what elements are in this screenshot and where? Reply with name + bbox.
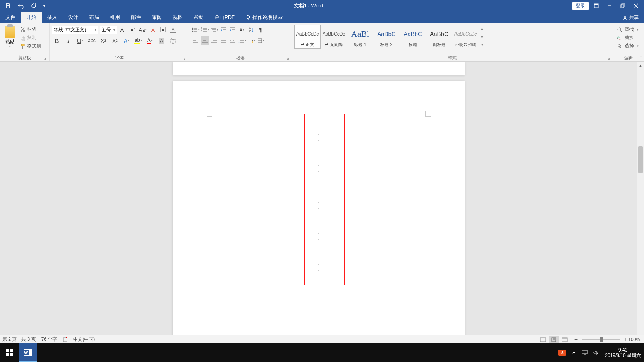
qat-customize[interactable]: ▾ [43,4,45,8]
zoom-level[interactable]: 100% [628,337,640,342]
tab-references[interactable]: 引用 [105,12,125,23]
zoom-in-button[interactable]: + [624,336,627,343]
zoom-slider[interactable] [582,339,620,340]
view-web-layout[interactable] [560,336,570,343]
tray-chevron-up[interactable] [572,350,576,355]
align-right-button[interactable] [210,36,218,45]
text-effects-button[interactable]: A▾ [122,36,132,45]
increase-indent-button[interactable] [228,26,237,34]
zoom-out-button[interactable]: − [574,336,578,343]
share-button[interactable]: 共享 [617,12,644,23]
italic-button[interactable]: I [64,36,74,45]
phonetic-button[interactable]: A [149,26,157,34]
page-2[interactable]: ↵↵↵↵↵↵↵↵↵↵↵↵↵↵↵↵↵↵↵↵↵↵↵↵↵ [173,81,465,351]
zoom-slider-handle[interactable] [600,337,603,342]
bold-button[interactable]: B [52,36,62,45]
clear-formatting-button[interactable]: A [159,26,167,34]
style-subtle-emphasis[interactable]: AaBbCcDc 不明显强调 [452,25,479,49]
style-normal[interactable]: AaBbCcDc ↵ 正文 [294,25,321,49]
subscript-button[interactable]: X2 [98,36,108,45]
select-button[interactable]: 选择▾ [615,43,640,49]
underline-button[interactable]: U▾ [75,36,85,45]
styles-more[interactable]: ▾ [479,41,485,49]
style-heading2[interactable]: AaBbC 标题 2 [373,25,400,49]
font-launcher[interactable]: ◢ [183,57,185,61]
scroll-up-button[interactable]: ▲ [637,62,644,69]
sort-button[interactable]: AZ [247,26,256,34]
font-color-button[interactable]: A▾ [145,36,155,45]
align-left-button[interactable] [191,36,200,45]
login-button[interactable]: 登录 [572,2,589,10]
tab-review[interactable]: 审阅 [146,12,167,23]
tab-mailings[interactable]: 邮件 [125,12,146,23]
redo-button[interactable] [31,3,36,9]
word-task-button[interactable]: W [19,343,37,362]
highlight-button[interactable]: ab▾ [133,36,143,45]
borders-button[interactable]: ▾ [256,36,265,45]
save-button[interactable] [5,3,11,9]
scroll-thumb[interactable] [638,146,643,173]
style-no-spacing[interactable]: AaBbCcDc ↵ 无间隔 [321,25,347,49]
styles-scroll-down[interactable]: ▼ [479,33,485,41]
tab-file[interactable]: 文件 [0,12,21,23]
align-distribute-button[interactable] [228,36,237,45]
document-area[interactable]: ↵↵↵↵↵↵↵↵↵↵↵↵↵↵↵↵↵↵↵↵↵↵↵↵↵ [0,62,637,351]
numbering-button[interactable]: 123▾ [201,26,209,34]
word-count[interactable]: 76 个字 [41,336,57,343]
line-spacing-button[interactable]: ▾ [238,36,246,45]
decrease-indent-button[interactable] [219,26,228,34]
shading-button[interactable]: ▾ [247,36,256,45]
sogou-ime-icon[interactable]: S [558,350,566,356]
tab-jinshan-pdf[interactable]: 金山PDF [209,12,240,23]
page-1-bottom[interactable] [173,62,465,75]
grow-font-button[interactable]: A˄ [118,26,127,34]
paragraph-launcher[interactable]: ◢ [286,57,289,61]
start-button[interactable] [0,343,19,362]
undo-button[interactable] [18,3,24,9]
scroll-track[interactable] [637,69,644,344]
minimize-button[interactable] [604,0,615,12]
collapse-ribbon-button[interactable]: ⌃ [639,55,642,59]
align-justify-button[interactable] [219,36,228,45]
tab-insert[interactable]: 插入 [42,12,63,23]
close-button[interactable] [630,0,642,12]
align-center-button[interactable] [201,36,209,45]
network-icon[interactable] [582,350,588,355]
bullets-button[interactable]: ▾ [191,26,200,34]
proofing-button[interactable] [62,337,68,342]
change-case-button[interactable]: Aa▾ [139,26,147,34]
cut-button[interactable]: 剪切 [19,26,42,33]
clock[interactable]: 9:43 2019/8/10 星期六 [605,347,641,359]
language-indicator[interactable]: 中文(中国) [73,336,95,343]
volume-icon[interactable] [593,350,599,355]
view-print-layout[interactable] [549,336,559,343]
tab-layout[interactable]: 布局 [84,12,105,23]
replace-button[interactable]: abac 替换 [615,34,640,41]
tab-home[interactable]: 开始 [21,12,42,23]
font-size-combo[interactable]: 五号▾ [100,26,117,34]
tab-help[interactable]: 帮助 [188,12,209,23]
style-subtitle[interactable]: AaBbC 副标题 [426,25,452,49]
view-read-mode[interactable] [538,336,548,343]
font-name-combo[interactable]: 等线 (中文正文)▾ [52,26,98,34]
format-painter-button[interactable]: 格式刷 [19,43,42,50]
ribbon-display-options[interactable] [591,0,602,12]
styles-scroll-up[interactable]: ▲ [479,25,485,33]
char-border-button[interactable]: A [169,26,177,34]
tab-design[interactable]: 设计 [63,12,84,23]
char-shading-button[interactable]: A [156,36,167,45]
styles-launcher[interactable]: ◢ [607,57,610,61]
style-heading1[interactable]: AaBl 标题 1 [347,25,373,49]
multilevel-list-button[interactable]: ▾ [210,26,218,34]
clipboard-launcher[interactable]: ◢ [43,57,46,61]
strikethrough-button[interactable]: abc [87,36,97,45]
page-indicator[interactable]: 第 2 页，共 3 页 [2,336,36,343]
show-marks-button[interactable]: ¶ [256,26,265,34]
tell-me-search[interactable]: 操作说明搜索 [240,12,288,23]
superscript-button[interactable]: X2 [110,36,120,45]
enclose-char-button[interactable]: 字 [168,36,178,45]
tab-view[interactable]: 视图 [167,12,188,23]
find-button[interactable]: 查找▾ [615,26,640,33]
asian-layout-button[interactable]: A▾ [238,26,246,34]
shrink-font-button[interactable]: A˅ [129,26,137,34]
